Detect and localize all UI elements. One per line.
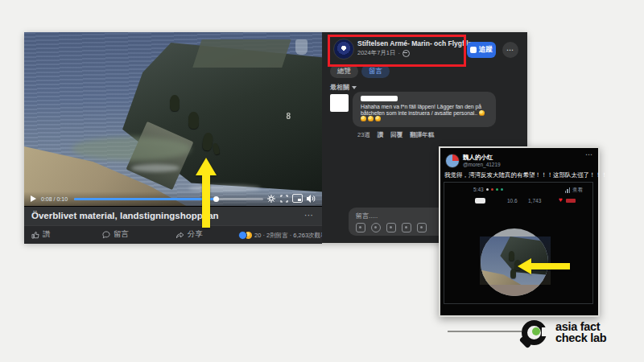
commenter-name-redacted (361, 96, 398, 101)
fact-check-graphic: 8 0:08 / 0:10 Överblivet material, lands… (0, 0, 644, 362)
meta-dot-icon (491, 188, 493, 191)
laugh-emoji-icon (368, 116, 374, 121)
post-action-row: 讚 留言 分享 20 · 2則留言 · 6,263次觀看 (24, 225, 322, 244)
gif-icon[interactable] (402, 223, 411, 232)
laugh-emoji-icon (361, 116, 366, 121)
repost-text: 我觉得，湾湾反攻大陆真的有希望！！！这部队太强了！！！ (444, 171, 608, 179)
meta-dot-icon (501, 188, 503, 191)
reply-chip-icon[interactable] (475, 198, 485, 204)
meta-dot-icon (496, 188, 498, 191)
meta-dot-icon (486, 188, 489, 191)
repost-media-box: 5:43 查看 10.6 1,743 ♥ (444, 182, 593, 304)
shallow-water (72, 137, 191, 161)
share-button[interactable]: 分享 (175, 229, 203, 240)
comment-like-link[interactable]: 讚 (378, 131, 384, 139)
repost-stat-1[interactable]: 10.6 (507, 198, 518, 204)
laugh-emoji-icon (375, 116, 381, 121)
composer-icons (356, 223, 427, 232)
soldier (170, 95, 180, 111)
follow-icon (470, 47, 477, 53)
like-button[interactable]: 讚 (31, 229, 51, 240)
afcl-logo: asia fact check lab (522, 319, 626, 352)
heart-icon[interactable]: ♥ (559, 197, 563, 204)
commenter-avatar-redacted (330, 94, 349, 112)
post-more-button[interactable]: ⋯ (502, 42, 518, 58)
video-more-icon[interactable]: ⋯ (304, 210, 314, 220)
seek-bar-fill (74, 198, 216, 200)
share-arrow-icon (175, 231, 184, 239)
mini-soldier (510, 269, 516, 278)
chevron-down-icon (352, 86, 357, 89)
fullscreen-icon[interactable] (280, 195, 288, 203)
post-stats[interactable]: 20 · 2則留言 · 6,263次觀看 (254, 232, 327, 240)
play-icon[interactable] (31, 195, 36, 202)
repost-stat-2[interactable]: 1,743 (528, 198, 541, 204)
magnifier-gap (542, 327, 549, 336)
video-player[interactable]: 8 0:08 / 0:10 (24, 32, 322, 206)
pip-icon[interactable] (292, 194, 303, 203)
emoji-icon[interactable] (371, 223, 381, 232)
follow-button[interactable]: 追蹤 (467, 42, 496, 58)
comment-meta: 23週 讚 回覆 翻譯年糕 (357, 131, 434, 139)
video-title: Överblivet material, landstigningshoppsa… (31, 211, 219, 220)
comment-text: Hahaha men va f*n fäll läppen! Lägger fa… (361, 104, 491, 122)
repost-username[interactable]: 魏人的小红 (463, 154, 493, 162)
camera-icon[interactable] (386, 223, 396, 232)
repost-meta: 5:43 (473, 187, 503, 192)
views-bars-icon (565, 187, 571, 193)
video-time: 0:08 / 0:10 (41, 196, 68, 202)
comment-translate-link[interactable]: 翻譯年糕 (410, 131, 434, 139)
avatar-sticker-icon[interactable] (356, 223, 365, 232)
yellow-left-arrow (518, 258, 570, 274)
repost-more-icon[interactable]: ⋯ (585, 150, 593, 158)
volume-icon[interactable] (307, 195, 316, 203)
green-dot-icon (532, 327, 540, 335)
red-annotation-box (328, 35, 466, 67)
thumbs-up-reaction-icon (238, 231, 247, 240)
thumbs-up-icon (31, 231, 39, 239)
repost-screenshot: 魏人的小红 @moren_41219 ⋯ 我觉得，湾湾反攻大陆真的有希望！！！这… (439, 146, 600, 317)
comment-bubble-icon (102, 231, 110, 239)
repost-avatar[interactable] (445, 154, 460, 168)
crest-watermark-icon (295, 39, 308, 55)
composer-placeholder: 留言..... (356, 212, 378, 220)
sticker-icon[interactable] (417, 223, 427, 232)
logo-rule-line (448, 331, 522, 332)
mini-soldier (509, 251, 514, 261)
liked-count-redbar (566, 199, 576, 203)
sort-dropdown[interactable]: 最相關 (330, 83, 357, 92)
video-title-bar: Överblivet material, landstigningshoppsa… (24, 206, 322, 226)
boat-cabin (192, 39, 291, 68)
logo-text: asia fact check lab (555, 321, 606, 343)
settings-gear-icon[interactable] (267, 195, 275, 203)
laugh-emoji-icon (479, 110, 485, 116)
repost-views[interactable]: 查看 (565, 187, 584, 194)
hull-marking: 8 (287, 112, 291, 121)
soldier (188, 112, 199, 129)
repost-handle: @moren_41219 (463, 162, 501, 167)
circle-bottom-arc (481, 285, 548, 296)
yellow-up-arrow (196, 158, 217, 228)
comment-time: 23週 (357, 131, 370, 139)
comment-reply-link[interactable]: 回覆 (390, 131, 402, 139)
comment-button[interactable]: 留言 (102, 229, 129, 240)
comment-bubble: Hahaha men va f*n fäll läppen! Lägger fa… (353, 92, 496, 127)
